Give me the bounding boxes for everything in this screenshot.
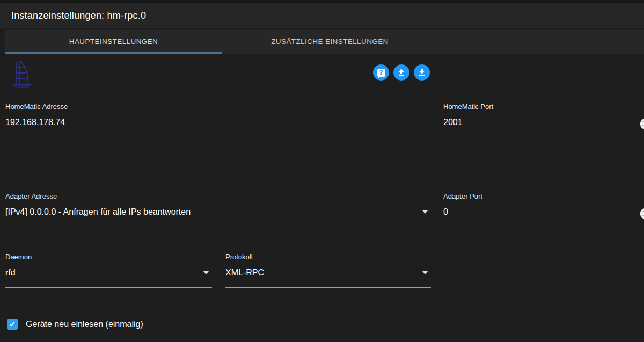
homematic-port-label: HomeMatic Port (443, 103, 493, 111)
input-underline (5, 287, 212, 288)
upload-config-button[interactable] (393, 64, 409, 81)
upload-icon (397, 68, 406, 77)
chevron-down-icon[interactable] (422, 271, 428, 274)
download-config-button[interactable] (414, 64, 430, 81)
tab-main-settings[interactable]: HAUPTEINSTELLUNGEN (5, 30, 222, 54)
homematic-port-field: HomeMatic Port 2001 (443, 103, 644, 138)
check-icon: ✓ (9, 319, 16, 329)
input-underline (5, 137, 431, 137)
help-button[interactable]: ? (373, 64, 389, 81)
tab-main-settings-label: HAUPTEINSTELLUNGEN (69, 38, 158, 46)
chevron-down-icon[interactable] (203, 271, 209, 274)
config-toolbar: ? (373, 64, 430, 81)
settings-form: ? HomeMatic Adresse 192.168.178.74 (0, 54, 644, 342)
protocol-select[interactable]: XML-RPC (225, 268, 431, 278)
homematic-address-input[interactable]: 192.168.178.74 (5, 118, 431, 127)
input-underline (5, 227, 431, 227)
homematic-port-input[interactable]: 2001 (443, 118, 644, 127)
tab-additional-settings-label: ZUSÄTZLICHE EINSTELLUNGEN (271, 38, 389, 46)
adapter-address-label: Adapter Adresse (5, 192, 57, 200)
help-glyph: ? (379, 69, 383, 76)
input-underline (225, 287, 431, 288)
dialog-title: Instanzeinstellungen: hm-rpc.0 (11, 10, 146, 21)
help-icon: ? (377, 69, 385, 77)
homematic-address-label: HomeMatic Adresse (5, 103, 68, 111)
adapter-port-label: Adapter Port (443, 192, 482, 200)
download-icon (418, 68, 426, 77)
tab-bar: HAUPTEINSTELLUNGEN ZUSÄTZLICHE EINSTELLU… (5, 30, 644, 54)
input-underline (443, 137, 644, 137)
adapter-address-field: Adapter Adresse [IPv4] 0.0.0.0 - Anfrage… (5, 192, 431, 228)
adapter-port-field: Adapter Port 0 (443, 192, 644, 228)
adapter-address-select[interactable]: [IPv4] 0.0.0.0 - Anfragen für alle IPs b… (5, 207, 431, 217)
resync-devices-row: ✓ Geräte neu einlesen (einmalig) (7, 319, 143, 330)
homematic-address-field: HomeMatic Adresse 192.168.178.74 (5, 103, 431, 138)
daemon-select[interactable]: rfd (5, 268, 212, 278)
resync-devices-checkbox[interactable]: ✓ (7, 319, 18, 330)
homematic-adapter-logo (10, 58, 34, 90)
protocol-label: Protokoll (225, 253, 253, 261)
input-underline (443, 227, 644, 227)
daemon-label: Daemon (5, 253, 32, 261)
chevron-down-icon[interactable] (422, 210, 428, 214)
resync-devices-label: Geräte neu einlesen (einmalig) (26, 319, 143, 329)
protocol-field: Protokoll XML-RPC (225, 253, 431, 288)
adapter-port-input[interactable]: 0 (443, 207, 644, 217)
dialog-titlebar: Instanzeinstellungen: hm-rpc.0 (0, 3, 644, 28)
daemon-field: Daemon rfd (5, 253, 212, 288)
tab-additional-settings[interactable]: ZUSÄTZLICHE EINSTELLUNGEN (222, 30, 438, 54)
